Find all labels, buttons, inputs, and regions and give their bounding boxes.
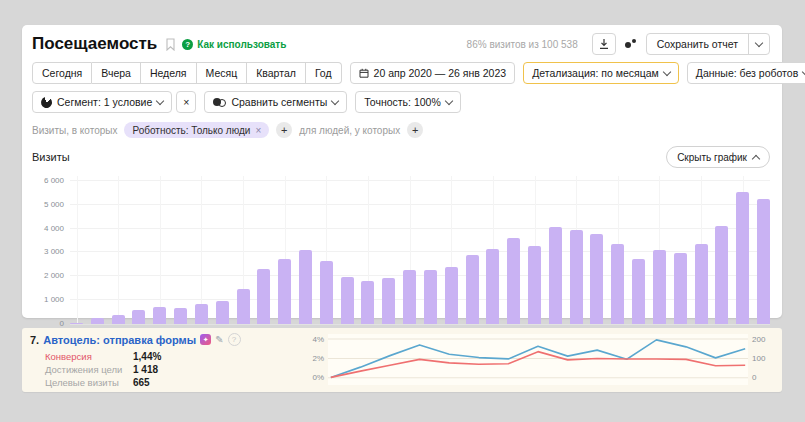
compare-segments-icon bbox=[213, 97, 226, 108]
period-tab-5[interactable]: Квартал bbox=[247, 62, 306, 84]
visits-bar-Июл 22[interactable] bbox=[632, 259, 645, 324]
metrica-report-page: Посещаемость ? Как использовать 86% визи… bbox=[0, 0, 805, 422]
period-tab-2[interactable]: Вчера bbox=[92, 62, 141, 84]
detalization-label: Детализация: по месяцам bbox=[532, 67, 659, 79]
left-axis-tick: 2% bbox=[300, 354, 324, 363]
segment-button[interactable]: Сегмент: 1 условие bbox=[32, 91, 172, 113]
visits-bar-Фев 21[interactable] bbox=[278, 259, 291, 324]
goal-info: 7. Автоцель: отправка формы ✦ ✎ ? Конвер… bbox=[30, 333, 241, 389]
period-tab-3[interactable]: Неделя bbox=[141, 62, 197, 84]
visits-bar-Авг 21[interactable] bbox=[403, 270, 416, 324]
visits-bar-Мар 22[interactable] bbox=[549, 227, 562, 324]
goal-index: 7. bbox=[30, 334, 39, 346]
visits-bar-Июн 20[interactable] bbox=[112, 315, 125, 324]
visits-bar-Июн 22[interactable] bbox=[611, 244, 624, 324]
metric-label: Визиты bbox=[32, 151, 70, 163]
visits-bar-Июл 21[interactable] bbox=[382, 278, 395, 324]
date-range-button[interactable]: 20 апр 2020 — 26 янв 2023 bbox=[350, 62, 516, 84]
visits-bar-Янв 23[interactable] bbox=[757, 199, 770, 324]
visits-plot bbox=[70, 176, 770, 325]
page-title: Посещаемость bbox=[32, 34, 157, 54]
goal-sparkline[interactable] bbox=[328, 334, 748, 385]
goal-chart: 4%2%0% 2001000 bbox=[300, 334, 776, 385]
visits-bar-Май 22[interactable] bbox=[590, 234, 603, 324]
hide-chart-button[interactable]: Скрыть график bbox=[666, 146, 770, 168]
visits-bar-Авг 22[interactable] bbox=[653, 250, 666, 324]
segment-clear-button[interactable]: × bbox=[176, 91, 196, 113]
save-report-button[interactable]: Сохранить отчет bbox=[647, 34, 748, 54]
left-axis-tick: 4% bbox=[300, 335, 324, 344]
goal-metrics: Конверсия1,44%Достижения цели1 418Целевы… bbox=[45, 350, 241, 389]
bookmark-icon[interactable] bbox=[165, 38, 176, 51]
gridline bbox=[70, 180, 770, 181]
dot-large-icon bbox=[625, 42, 631, 48]
accuracy-label: Точность: 100% bbox=[364, 96, 441, 108]
right-axis-tick: 200 bbox=[752, 335, 776, 344]
visits-bar-Июн 21[interactable] bbox=[361, 281, 374, 324]
visits-bar-Апр 22[interactable] bbox=[570, 230, 583, 324]
visits-y-axis: 01 0002 0003 0004 0005 0006 000 bbox=[32, 176, 70, 324]
period-tabs: СегодняВчераНеделяМесяцКварталГод bbox=[32, 62, 342, 84]
save-report-dropdown[interactable] bbox=[748, 34, 769, 54]
visits-bar-Дек 22[interactable] bbox=[736, 192, 749, 324]
y-tick-label: 1 000 bbox=[44, 295, 64, 304]
visits-bar-Янв 21[interactable] bbox=[257, 269, 270, 324]
goal-metric-value: 665 bbox=[133, 376, 150, 389]
gridline bbox=[70, 204, 770, 205]
goal-title-link[interactable]: Автоцель: отправка формы bbox=[43, 334, 196, 346]
visits-bar-Сен 22[interactable] bbox=[674, 253, 687, 324]
compare-data-button[interactable] bbox=[622, 34, 640, 54]
goal-summary-card: 7. Автоцель: отправка формы ✦ ✎ ? Конвер… bbox=[22, 328, 782, 392]
y-tick-label: 5 000 bbox=[44, 200, 64, 209]
add-visit-condition-button[interactable]: + bbox=[276, 122, 292, 138]
visits-bar-Дек 21[interactable] bbox=[486, 249, 499, 324]
period-tab-6[interactable]: Год bbox=[306, 62, 342, 84]
accuracy-button[interactable]: Точность: 100% bbox=[355, 91, 461, 113]
chevron-down-icon bbox=[156, 96, 164, 104]
download-button[interactable] bbox=[592, 33, 616, 55]
gridline bbox=[77, 176, 78, 324]
visits-bar-Сен 21[interactable] bbox=[424, 270, 437, 324]
visits-bar-Май 20[interactable] bbox=[91, 318, 104, 324]
period-tab-1[interactable]: Сегодня bbox=[32, 62, 92, 84]
compare-segments-button[interactable]: Сравнить сегменты bbox=[204, 91, 347, 113]
goal-metric-value: 1 418 bbox=[133, 363, 158, 376]
goal-metric-row: Достижения цели1 418 bbox=[45, 363, 241, 376]
visits-bar-Дек 20[interactable] bbox=[237, 289, 250, 324]
visits-bar-Ноя 22[interactable] bbox=[715, 226, 728, 324]
visits-bar-Ноя 21[interactable] bbox=[466, 255, 479, 324]
how-to-use-link[interactable]: ? Как использовать bbox=[182, 39, 286, 50]
gridline bbox=[160, 176, 161, 324]
chevron-down-icon bbox=[663, 67, 671, 75]
visits-bar-Май 21[interactable] bbox=[341, 277, 354, 324]
chevron-down-icon bbox=[445, 96, 453, 104]
period-tab-4[interactable]: Месяц bbox=[197, 62, 248, 84]
visits-bar-Фев 22[interactable] bbox=[528, 246, 541, 324]
right-axis-tick: 0 bbox=[752, 373, 776, 382]
visits-bar-Апр 21[interactable] bbox=[320, 261, 333, 324]
visits-bar-Апр 20[interactable] bbox=[70, 323, 83, 325]
data-mode-button[interactable]: Данные: без роботов bbox=[687, 62, 805, 84]
visits-bar-Сен 20[interactable] bbox=[174, 308, 187, 324]
segment-icon bbox=[39, 95, 53, 109]
visits-bar-Июл 20[interactable] bbox=[132, 310, 145, 324]
report-header: Посещаемость ? Как использовать 86% визи… bbox=[22, 25, 782, 57]
goal-metric-label: Конверсия bbox=[45, 350, 133, 363]
visits-bar-Окт 22[interactable] bbox=[695, 244, 708, 324]
goal-right-axis: 2001000 bbox=[748, 334, 776, 385]
y-tick-label: 3 000 bbox=[44, 247, 64, 256]
visits-bar-Мар 21[interactable] bbox=[299, 250, 312, 324]
goal-info-icon[interactable]: ? bbox=[228, 333, 241, 346]
visits-bar-Окт 21[interactable] bbox=[445, 267, 458, 324]
visits-bar-Ноя 20[interactable] bbox=[216, 301, 229, 324]
segment-chip-robots[interactable]: Роботность: Только люди × bbox=[124, 122, 269, 138]
goal-metric-label: Целевые визиты bbox=[45, 376, 133, 389]
edit-icon[interactable]: ✎ bbox=[215, 335, 223, 345]
visits-bar-Авг 20[interactable] bbox=[153, 307, 166, 324]
goal-metric-label: Достижения цели bbox=[45, 363, 133, 376]
add-people-condition-button[interactable]: + bbox=[407, 122, 423, 138]
visits-bar-Янв 22[interactable] bbox=[507, 238, 520, 324]
detalization-button[interactable]: Детализация: по месяцам bbox=[523, 62, 679, 84]
chip-close-icon[interactable]: × bbox=[255, 125, 261, 136]
visits-bar-Окт 20[interactable] bbox=[195, 304, 208, 324]
